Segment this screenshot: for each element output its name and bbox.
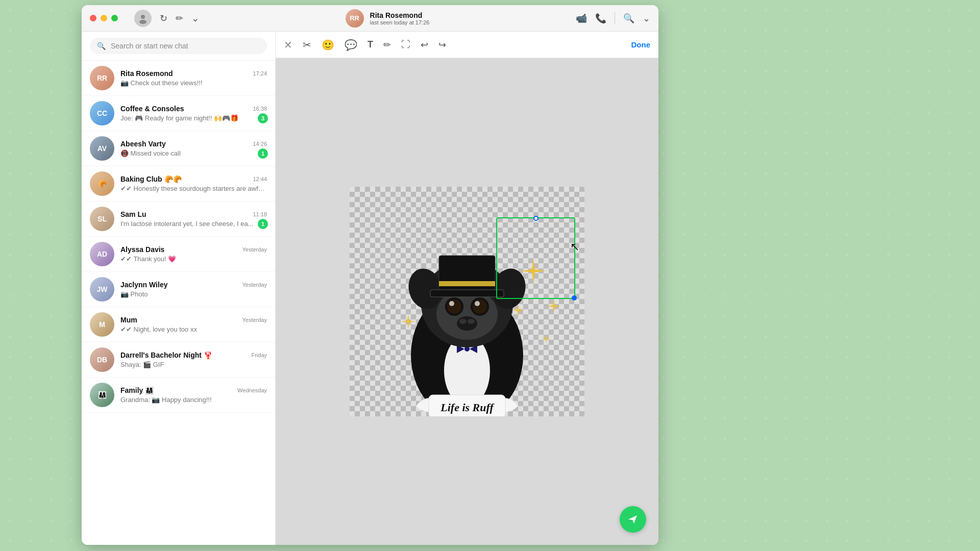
avatar: RR <box>90 66 114 90</box>
avatar: 👨‍👩‍👧 <box>90 383 114 407</box>
chat-name: Rita Rosemond <box>120 69 173 78</box>
list-item[interactable]: AD Alyssa Davis Yesterday ✔✔ Thank you! … <box>82 237 275 272</box>
chat-top: Abeesh Varty 14:26 <box>120 140 267 148</box>
done-button[interactable]: Done <box>631 40 651 49</box>
traffic-lights <box>90 15 118 21</box>
chat-preview: ✔✔ Honestly these sourdough starters are… <box>120 185 267 192</box>
svg-point-21 <box>447 299 461 314</box>
chat-details: Abeesh Varty 14:26 📵 Missed voice call <box>120 140 267 157</box>
avatar: DB <box>90 347 114 372</box>
chat-preview: Joe: 🎮 Ready for game night!! 🙌🎮🎁 <box>120 114 267 122</box>
contact-status: last seen today at 17:26 <box>370 19 430 26</box>
chat-time: Yesterday <box>242 282 267 288</box>
list-item[interactable]: M Mum Yesterday ✔✔ Night, love you too x… <box>82 307 275 342</box>
svg-point-24 <box>475 301 480 306</box>
video-call-icon[interactable]: 📹 <box>576 13 587 24</box>
chat-top: Jaclynn Wiley Yesterday <box>120 281 267 289</box>
title-bar-right: 📹 📞 🔍 ⌄ <box>576 12 650 24</box>
chat-time: 16:38 <box>253 106 267 112</box>
chat-preview: 📵 Missed voice call <box>120 149 267 157</box>
chat-preview: ✔✔ Thank you! 💗 <box>120 255 267 263</box>
svg-point-25 <box>457 316 477 331</box>
svg-marker-7 <box>547 299 561 313</box>
unread-badge: 3 <box>258 113 268 123</box>
sticker-bubble-icon[interactable]: 💬 <box>345 39 357 51</box>
unread-badge: 1 <box>258 219 268 229</box>
chat-name: Family 👨‍👩‍👧 <box>120 386 154 394</box>
compose-icon[interactable]: ✏ <box>176 13 183 24</box>
chat-details: Jaclynn Wiley Yesterday 📷 Photo <box>120 281 267 298</box>
chat-time: Yesterday <box>242 317 267 323</box>
scissors-icon[interactable]: ✂ <box>303 39 311 51</box>
chat-preview: Shaya: 🎬 GIF <box>120 361 267 368</box>
chat-time: Friday <box>251 352 267 358</box>
maximize-window-button[interactable] <box>111 15 118 21</box>
close-window-button[interactable] <box>90 15 96 21</box>
dropdown-icon[interactable]: ⌄ <box>191 13 199 24</box>
list-item[interactable]: RR Rita Rosemond 17:24 📷 Check out these… <box>82 61 275 96</box>
chat-details: Rita Rosemond 17:24 📷 Check out these vi… <box>120 69 267 87</box>
svg-rect-30 <box>439 281 495 286</box>
refresh-icon[interactable]: ↻ <box>160 13 167 24</box>
close-editor-icon[interactable]: ✕ <box>284 39 292 51</box>
minimize-window-button[interactable] <box>101 15 107 21</box>
chat-list: RR Rita Rosemond 17:24 📷 Check out these… <box>82 61 275 545</box>
chat-time: Wednesday <box>237 387 267 393</box>
list-item[interactable]: JW Jaclynn Wiley Yesterday 📷 Photo <box>82 272 275 307</box>
user-avatar[interactable] <box>134 10 152 27</box>
chat-top: Darrell's Bachelor Night 🦞 Friday <box>120 351 267 359</box>
chat-name: Mum <box>120 316 137 324</box>
avatar: AD <box>90 242 114 266</box>
chat-details: Family 👨‍👩‍👧 Wednesday Grandma: 📷 Happy … <box>120 386 267 404</box>
voice-call-icon[interactable]: 📞 <box>595 13 606 24</box>
chat-time: Yesterday <box>242 246 267 253</box>
svg-point-23 <box>449 301 454 306</box>
svg-text:Life is Ruff: Life is Ruff <box>440 401 495 414</box>
pen-tool-icon[interactable]: ✏ <box>383 39 391 51</box>
chat-time: 17:24 <box>253 70 267 77</box>
chat-details: Mum Yesterday ✔✔ Night, love you too xx <box>120 316 267 333</box>
chat-top: Coffee & Consoles 16:38 <box>120 105 267 113</box>
chat-details: Alyssa Davis Yesterday ✔✔ Thank you! 💗 <box>120 245 267 263</box>
title-bar-left: ↻ ✏ ⌄ <box>90 10 199 27</box>
search-chat-icon[interactable]: 🔍 <box>623 13 634 24</box>
chat-time: 12:44 <box>253 176 267 182</box>
more-options-icon[interactable]: ⌄ <box>643 13 650 24</box>
list-item[interactable]: 👨‍👩‍👧 Family 👨‍👩‍👧 Wednesday Grandma: 📷 … <box>82 378 275 413</box>
avatar: 🥐 <box>90 171 114 196</box>
undo-icon[interactable]: ↩ <box>421 39 428 51</box>
chat-preview: Grandma: 📷 Happy dancing!!! <box>120 396 267 404</box>
unread-badge: 1 <box>258 148 268 159</box>
list-item[interactable]: CC Coffee & Consoles 16:38 Joe: 🎮 Ready … <box>82 96 275 131</box>
avatar: JW <box>90 277 114 302</box>
sticker-svg: Life is Ruff <box>350 187 584 416</box>
list-item[interactable]: DB Darrell's Bachelor Night 🦞 Friday Sha… <box>82 342 275 378</box>
chat-top: Alyssa Davis Yesterday <box>120 245 267 254</box>
list-item[interactable]: 🥐 Baking Club 🥐🥐 12:44 ✔✔ Honestly these… <box>82 166 275 202</box>
chat-top: Sam Lu 11:18 <box>120 210 267 218</box>
text-tool-icon[interactable]: T <box>368 39 373 50</box>
crop-icon[interactable]: ⛶ <box>401 39 410 50</box>
list-item[interactable]: SL Sam Lu 11:18 I'm lactose intolerant y… <box>82 202 275 237</box>
emoji-icon[interactable]: 🙂 <box>322 39 334 51</box>
chat-preview: ✔✔ Night, love you too xx <box>120 325 267 333</box>
chat-area: ✕ ✂ 🙂 💬 T ✏ ⛶ ↩ ↪ Done <box>276 32 658 545</box>
chat-name: Baking Club 🥐🥐 <box>120 175 182 183</box>
chat-preview: 📷 Photo <box>120 290 267 298</box>
image-container: Life is Ruff ↖ <box>350 187 584 416</box>
search-input[interactable] <box>111 42 260 50</box>
chat-name: Sam Lu <box>120 210 146 218</box>
search-input-wrapper[interactable]: 🔍 <box>90 38 267 54</box>
chat-name: Coffee & Consoles <box>120 105 184 113</box>
redo-icon[interactable]: ↪ <box>438 39 446 51</box>
contact-info: Rita Rosemond last seen today at 17:26 <box>370 11 430 26</box>
svg-marker-9 <box>542 335 551 343</box>
chat-name: Alyssa Davis <box>120 245 164 254</box>
avatar: SL <box>90 207 114 231</box>
avatar: M <box>90 312 114 337</box>
chat-top: Mum Yesterday <box>120 316 267 324</box>
chat-details: Sam Lu 11:18 I'm lactose intolerant yet,… <box>120 210 267 228</box>
list-item[interactable]: AV Abeesh Varty 14:26 📵 Missed voice cal… <box>82 131 275 166</box>
send-button[interactable] <box>620 506 646 533</box>
contact-name: Rita Rosemond <box>370 11 430 19</box>
